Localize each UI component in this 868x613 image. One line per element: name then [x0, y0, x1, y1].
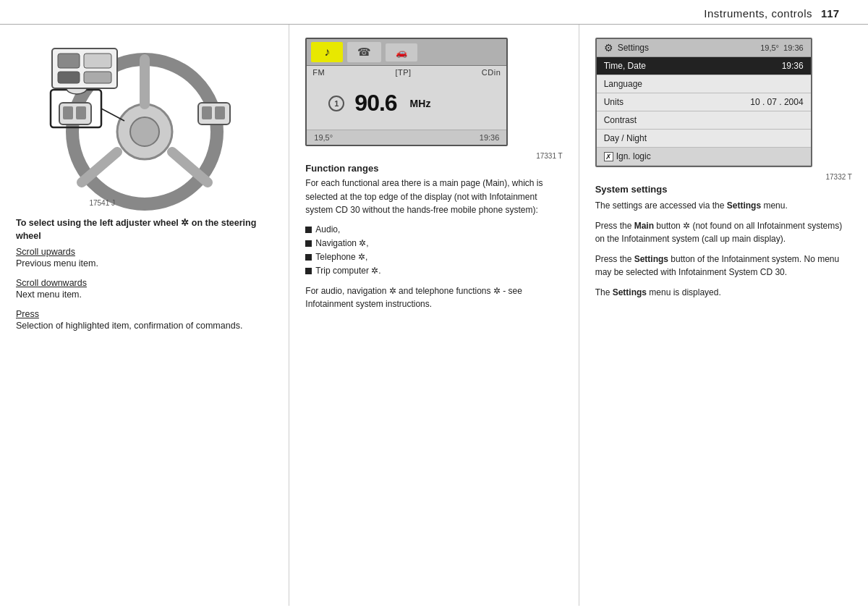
press-label: Press — [16, 309, 273, 319]
time-date-label: Time, Date — [604, 61, 646, 71]
function-list: Audio, Navigation ✲, Telephone ✲, Trip c… — [305, 223, 562, 279]
column-1: 17541 J To select using the left adjuste… — [0, 25, 289, 606]
list-item-audio: Audio, — [305, 223, 562, 237]
units-value: 10 . 07 . 2004 — [750, 97, 803, 107]
settings-display: ⚙ Settings 19,5° 19:36 Time, Date 19:36 … — [595, 38, 812, 167]
language-label: Language — [604, 79, 642, 89]
settings-row-time-date: Time, Date 19:36 — [597, 57, 811, 75]
radio-channel-number: 1 — [328, 96, 344, 111]
column-2: ♪ ☎ 🚗 FM [TP] CDin 1 90.6 MHz 19,5° — [289, 25, 579, 606]
svg-rect-7 — [63, 106, 73, 119]
time-date-value: 19:36 — [782, 61, 804, 71]
bullet-icon — [305, 227, 312, 233]
settings-row-language: Language — [597, 75, 811, 93]
label-fm: FM — [312, 68, 325, 77]
steering-wheel-image: 17541 J — [16, 38, 273, 211]
ign-logic-label: ✗Ign. logic — [604, 151, 651, 161]
radio-unit: MHz — [410, 98, 431, 109]
list-item-trip: Trip computer ✲. — [305, 264, 562, 278]
radio-tab-car: 🚗 — [386, 43, 417, 62]
col3-description: System settings The settings are accesse… — [595, 184, 852, 306]
svg-point-5 — [130, 117, 159, 146]
label-tp: [TP] — [395, 68, 411, 77]
bullet-icon — [305, 254, 312, 261]
header-title: Instruments, controls — [704, 7, 812, 20]
system-settings-para3: Press the Settings button of the Infotai… — [595, 253, 852, 279]
list-item-telephone-label: Telephone ✲, — [315, 250, 367, 264]
bullet-icon — [305, 268, 312, 274]
press-section: Press Selection of highlighted item, con… — [16, 309, 273, 333]
fig-label-2: 17331 T — [536, 152, 563, 160]
radio-tab-music: ♪ — [311, 42, 343, 62]
label-cdin: CDin — [482, 68, 501, 77]
list-item-navigation: Navigation ✲, — [305, 237, 562, 250]
svg-text:17541 J: 17541 J — [89, 199, 115, 207]
steering-wheel-svg: 17541 J — [29, 38, 260, 211]
car-icon: 🚗 — [396, 47, 407, 58]
svg-rect-18 — [84, 54, 111, 68]
main-bold: Main — [634, 221, 654, 231]
scroll-downwards-section: Scroll downwards Next menu item. — [16, 278, 273, 302]
ign-checkbox: ✗ — [604, 152, 613, 161]
svg-rect-19 — [58, 72, 80, 83]
list-item-navigation-label: Navigation ✲, — [315, 237, 368, 250]
svg-rect-8 — [76, 106, 86, 119]
settings-row-units: Units 10 . 07 . 2004 — [597, 93, 811, 111]
scroll-upwards-desc: Previous menu item. — [16, 257, 273, 271]
radio-frequency-area: 1 90.6 MHz — [307, 77, 506, 130]
svg-rect-11 — [215, 106, 225, 119]
bullet-icon — [305, 240, 312, 247]
system-settings-title: System settings — [595, 184, 852, 195]
radio-status-bar: 19,5° 19:36 — [307, 130, 506, 145]
scroll-upwards-label: Scroll upwards — [16, 247, 273, 257]
system-settings-para4: The Settings menu is displayed. — [595, 286, 852, 300]
scroll-upwards-section: Scroll upwards Previous menu item. — [16, 247, 273, 271]
radio-frequency: 90.6 — [354, 90, 396, 117]
page-header: Instruments, controls 117 — [0, 0, 868, 25]
phone-icon: ☎ — [357, 46, 371, 59]
col1-description: To select using the left adjuster wheel … — [16, 217, 273, 339]
svg-rect-17 — [58, 54, 80, 68]
col2-description: Function ranges For each functional area… — [305, 163, 562, 317]
settings-header-bar: ⚙ Settings 19,5° 19:36 — [597, 39, 811, 57]
contrast-label: Contrast — [604, 115, 637, 125]
scroll-downwards-label: Scroll downwards — [16, 278, 273, 288]
settings-header-left: ⚙ Settings — [604, 42, 649, 54]
header-page: 117 — [821, 7, 839, 20]
list-item-trip-label: Trip computer ✲. — [315, 264, 380, 278]
press-desc: Selection of highlighted item, confirmat… — [16, 319, 273, 333]
list-item-audio-label: Audio, — [315, 223, 340, 237]
settings-icon: ⚙ — [604, 42, 613, 54]
function-ranges-para2: For audio, navigation ✲ and telephone fu… — [305, 284, 562, 311]
settings-header-right: 19,5° 19:36 — [760, 43, 803, 52]
settings-row-day-night: Day / Night — [597, 130, 811, 148]
settings-row-ign-logic: ✗Ign. logic — [597, 148, 811, 166]
col1-title: To select using the left adjuster wheel … — [16, 217, 273, 242]
day-night-label: Day / Night — [604, 133, 647, 143]
units-label: Units — [604, 97, 624, 107]
function-ranges-title: Function ranges — [305, 163, 562, 174]
radio-source-labels: FM [TP] CDin — [307, 66, 506, 77]
settings-bold-1: Settings — [727, 200, 761, 211]
radio-display: ♪ ☎ 🚗 FM [TP] CDin 1 90.6 MHz 19,5° — [305, 38, 508, 146]
settings-label: Settings — [618, 43, 649, 53]
main-content: 17541 J To select using the left adjuste… — [0, 25, 868, 606]
settings-row-contrast: Contrast — [597, 111, 811, 130]
scroll-downwards-desc: Next menu item. — [16, 288, 273, 302]
svg-rect-10 — [202, 106, 212, 119]
music-icon: ♪ — [324, 46, 330, 59]
radio-temp: 19,5° — [314, 133, 333, 142]
radio-tab-bar: ♪ ☎ 🚗 — [307, 39, 506, 66]
settings-bold-3: Settings — [613, 287, 647, 297]
function-ranges-para1: For each functional area there is a main… — [305, 177, 562, 217]
system-settings-para2: Press the Main button ✲ (not found on al… — [595, 219, 852, 246]
radio-time: 19:36 — [480, 133, 500, 142]
system-settings-para1: The settings are accessed via the Settin… — [595, 199, 852, 213]
radio-tab-phone: ☎ — [347, 42, 381, 62]
settings-bold-2: Settings — [634, 254, 668, 264]
column-3: ⚙ Settings 19,5° 19:36 Time, Date 19:36 … — [579, 25, 868, 606]
list-item-telephone: Telephone ✲, — [305, 250, 562, 264]
svg-line-13 — [101, 109, 124, 121]
fig-label-3: 17332 T — [825, 173, 852, 181]
svg-rect-20 — [84, 72, 111, 83]
